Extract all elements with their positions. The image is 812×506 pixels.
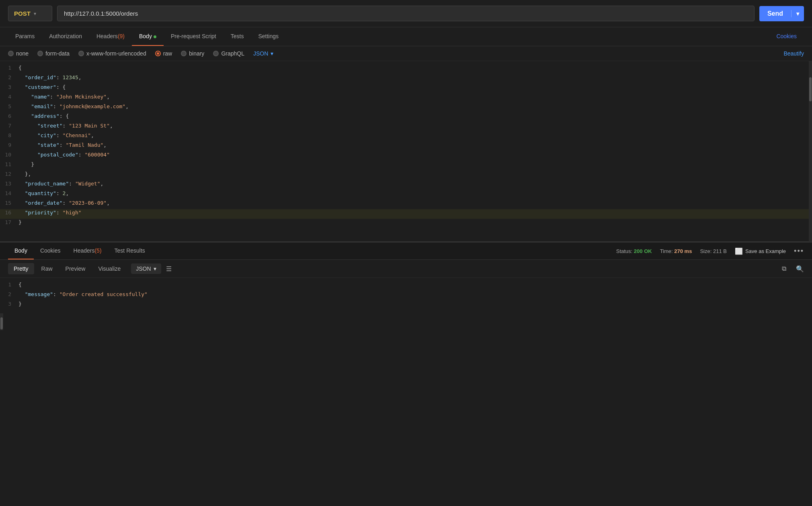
size-value: 211 B — [713, 248, 727, 254]
line-number: 4 — [0, 94, 18, 100]
line-number: 9 — [0, 142, 18, 148]
response-scrollbar-thumb — [0, 317, 3, 329]
radio-urlencoded-circle — [78, 51, 84, 56]
response-line-2: 2 "message": "Order created successfully… — [0, 291, 812, 300]
radio-graphql[interactable]: GraphQL — [213, 50, 244, 57]
code-editor[interactable]: 1{2 "order_id": 12345,3 "customer": {4 "… — [0, 61, 812, 242]
json-format-dropdown[interactable]: JSON ▾ — [253, 50, 273, 57]
time-label: Time: 270 ms — [660, 248, 692, 254]
resp-tab-pretty[interactable]: Pretty — [8, 263, 34, 274]
radio-urlencoded-label: x-www-form-urlencoded — [86, 50, 146, 57]
line-number: 1 — [0, 65, 18, 71]
radio-raw-label: raw — [163, 50, 172, 57]
tab-body[interactable]: Body — [132, 27, 164, 46]
line-content: "customer": { — [18, 84, 812, 90]
code-line-1[interactable]: 1{ — [0, 64, 812, 74]
response-format-row: Pretty Raw Preview Visualize JSON ▾ ☰ ⧉ … — [0, 260, 812, 278]
line-content: "quantity": 2, — [18, 190, 812, 196]
tab-headers[interactable]: Headers(9) — [89, 27, 132, 46]
radio-none-circle — [8, 51, 14, 56]
code-line-11[interactable]: 11 } — [0, 161, 812, 171]
radio-graphql-circle — [213, 51, 219, 56]
response-tab-headers[interactable]: Headers(5) — [67, 243, 108, 259]
radio-form-data-label: form-data — [45, 50, 70, 57]
line-content: "email": "johnmck@example.com", — [18, 103, 812, 109]
response-line-3: 3} — [0, 300, 812, 310]
code-editor-section: 1{2 "order_id": 12345,3 "customer": {4 "… — [0, 61, 812, 242]
send-dropdown-icon[interactable]: ▾ — [791, 10, 804, 17]
tab-prerequest[interactable]: Pre-request Script — [164, 27, 224, 46]
code-line-10[interactable]: 10 "postal_code": "600004" — [0, 151, 812, 161]
line-content: "product_name": "Widget", — [18, 181, 812, 187]
code-line-14[interactable]: 14 "quantity": 2, — [0, 190, 812, 200]
line-content: "city": "Chennai", — [18, 132, 812, 138]
method-dropdown[interactable]: POST ▾ — [8, 6, 52, 21]
tab-params[interactable]: Params — [8, 27, 42, 46]
code-line-9[interactable]: 9 "state": "Tamil Nadu", — [0, 142, 812, 151]
resp-tab-visualize[interactable]: Visualize — [92, 263, 126, 274]
response-json-dropdown[interactable]: JSON ▾ — [131, 263, 161, 274]
code-line-5[interactable]: 5 "email": "johnmck@example.com", — [0, 103, 812, 113]
radio-none-label: none — [16, 50, 29, 57]
code-line-13[interactable]: 13 "product_name": "Widget", — [0, 180, 812, 190]
line-content: "order_id": 12345, — [18, 74, 812, 80]
editor-scrollbar[interactable] — [809, 61, 812, 242]
code-line-2[interactable]: 2 "order_id": 12345, — [0, 74, 812, 84]
code-line-8[interactable]: 8 "city": "Chennai", — [0, 132, 812, 142]
method-chevron-icon: ▾ — [34, 11, 36, 16]
line-content: } — [18, 161, 812, 167]
code-line-6[interactable]: 6 "address": { — [0, 113, 812, 122]
radio-raw[interactable]: raw — [155, 50, 172, 57]
code-line-15[interactable]: 15 "order_date": "2023-06-09", — [0, 200, 812, 209]
line-number: 17 — [0, 219, 18, 225]
method-label: POST — [14, 10, 31, 17]
response-tabs-row: Body Cookies Headers(5) Test Results Sta… — [0, 242, 812, 260]
response-tab-body[interactable]: Body — [8, 243, 34, 259]
code-line-17[interactable]: 17} — [0, 219, 812, 228]
line-number: 5 — [0, 103, 18, 109]
line-content: "address": { — [18, 113, 812, 119]
radio-binary-circle — [181, 51, 187, 56]
tab-settings[interactable]: Settings — [251, 27, 286, 46]
response-meta: Status: 200 OK Time: 270 ms Size: 211 B … — [616, 247, 804, 255]
editor-scrollbar-thumb — [809, 77, 812, 101]
resp-tab-preview[interactable]: Preview — [60, 263, 91, 274]
url-input[interactable] — [57, 6, 755, 21]
radio-graphql-label: GraphQL — [221, 50, 244, 57]
save-example-label: Save as Example — [745, 248, 786, 254]
line-content: "order_date": "2023-06-09", — [18, 200, 812, 206]
line-content: "state": "Tamil Nadu", — [18, 142, 812, 148]
save-icon: ⬜ — [735, 247, 743, 255]
line-content: }, — [18, 171, 812, 177]
code-line-7[interactable]: 7 "street": "123 Main St", — [0, 122, 812, 132]
code-line-12[interactable]: 12 }, — [0, 171, 812, 180]
code-line-3[interactable]: 3 "customer": { — [0, 84, 812, 93]
radio-form-data[interactable]: form-data — [37, 50, 70, 57]
tab-authorization[interactable]: Authorization — [42, 27, 89, 46]
code-line-4[interactable]: 4 "name": "John Mckinskey", — [0, 93, 812, 103]
radio-none[interactable]: none — [8, 50, 29, 57]
search-icon[interactable]: 🔍 — [796, 265, 804, 273]
line-content: "street": "123 Main St", — [18, 123, 812, 129]
save-example-button[interactable]: ⬜ Save as Example — [735, 247, 786, 255]
tab-cookies[interactable]: Cookies — [769, 27, 804, 46]
body-options-row: none form-data x-www-form-urlencoded raw… — [0, 46, 812, 61]
copy-icon[interactable]: ⧉ — [782, 265, 786, 272]
more-options-button[interactable]: ••• — [794, 247, 804, 255]
beautify-button[interactable]: Beautify — [783, 50, 804, 57]
response-tab-cookies[interactable]: Cookies — [34, 243, 67, 259]
response-section: Body Cookies Headers(5) Test Results Sta… — [0, 242, 812, 330]
radio-binary[interactable]: binary — [181, 50, 204, 57]
response-line-1: 1{ — [0, 281, 812, 291]
tab-tests[interactable]: Tests — [224, 27, 251, 46]
response-json-chevron-icon: ▾ — [154, 265, 156, 272]
filter-icon[interactable]: ☰ — [166, 265, 172, 273]
resp-tab-raw[interactable]: Raw — [36, 263, 58, 274]
code-line-16[interactable]: 16 "priority": "high" — [0, 209, 812, 219]
response-scrollbar[interactable] — [0, 313, 3, 330]
radio-urlencoded[interactable]: x-www-form-urlencoded — [78, 50, 146, 57]
send-button[interactable]: Send ▾ — [759, 6, 804, 21]
response-tab-test-results[interactable]: Test Results — [108, 243, 152, 259]
line-number: 6 — [0, 113, 18, 119]
json-format-label: JSON — [253, 50, 268, 57]
